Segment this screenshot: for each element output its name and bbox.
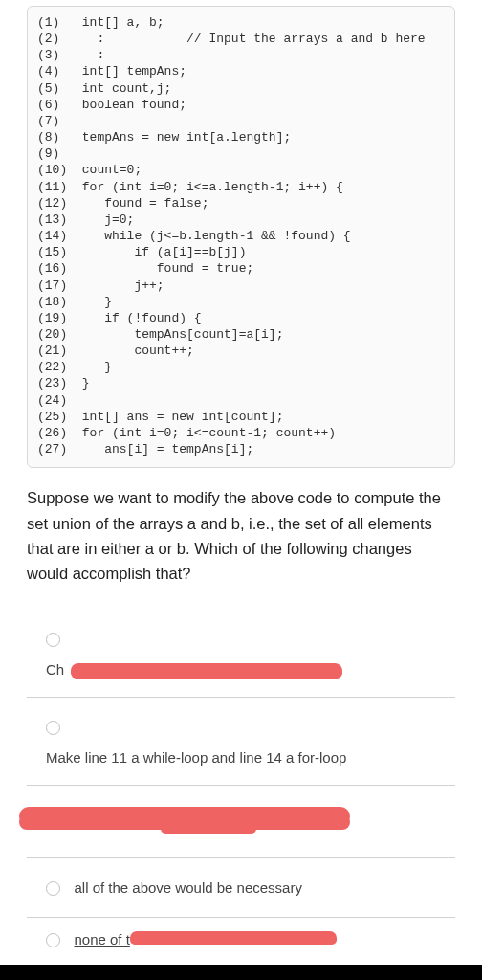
code-line: (24) — [37, 392, 445, 409]
code-line: (13) j=0; — [37, 212, 445, 228]
code-line: (9) — [37, 145, 445, 162]
code-line: (22) } — [37, 359, 445, 375]
option-1[interactable]: Ch — [27, 631, 455, 698]
code-line: (10) count=0; — [37, 162, 445, 178]
option-2-label: Make line 11 a while-loop and line 14 a … — [46, 749, 455, 766]
code-line: (18) } — [37, 294, 445, 310]
code-line: (17) j++; — [37, 278, 445, 294]
question-text: Suppose we want to modify the above code… — [27, 485, 455, 587]
radio-icon[interactable] — [46, 881, 60, 896]
answer-options: Ch Make line 11 a while-loop and line 14… — [27, 631, 455, 960]
code-line: (14) while (j<=b.length-1 && !found) { — [37, 228, 445, 244]
code-line: (27) ans[i] = tempAns[i]; — [37, 441, 445, 457]
redaction-mark — [130, 935, 337, 945]
redaction-mark — [161, 824, 256, 834]
code-line: (6) boolean found; — [37, 97, 445, 113]
code-line: (7) — [37, 113, 445, 129]
radio-icon[interactable] — [46, 933, 60, 947]
code-line: (16) found = true; — [37, 260, 445, 277]
code-line: (5) int count,j; — [37, 80, 445, 97]
code-line: (23) } — [37, 375, 445, 391]
option-4-label: all of the above would be necessary — [74, 880, 301, 896]
code-line: (26) for (int i=0; i<=count-1; count++) — [37, 425, 445, 441]
option-5-label: none of t — [74, 931, 129, 947]
code-line: (20) tempAns[count]=a[i]; — [37, 326, 445, 343]
device-bottom-bar — [0, 965, 482, 980]
option-4[interactable]: all of the above would be necessary — [27, 880, 455, 918]
code-block: (1) int[] a, b;(2) : // Input the arrays… — [27, 6, 455, 468]
code-line: (4) int[] tempAns; — [37, 63, 445, 79]
radio-icon[interactable] — [46, 633, 60, 647]
code-line: (21) count++; — [37, 343, 445, 359]
radio-icon[interactable] — [46, 721, 60, 735]
redaction-mark — [71, 667, 342, 679]
code-line: (3) : — [37, 47, 445, 63]
code-line: (19) if (!found) { — [37, 310, 445, 326]
option-2[interactable]: Make line 11 a while-loop and line 14 a … — [27, 719, 455, 786]
code-line: (15) if (a[i]==b[j]) — [37, 244, 445, 260]
code-line: (1) int[] a, b; — [37, 14, 445, 31]
option-3[interactable] — [27, 807, 455, 858]
code-line: (12) found = false; — [37, 195, 445, 212]
code-line: (25) int[] ans = new int[count]; — [37, 409, 445, 425]
code-line: (8) tempAns = new int[a.length]; — [37, 129, 445, 145]
code-line: (2) : // Input the arrays a and b here — [37, 31, 445, 47]
code-line: (11) for (int i=0; i<=a.length-1; i++) { — [37, 179, 445, 195]
option-5[interactable]: none of t — [27, 931, 455, 960]
